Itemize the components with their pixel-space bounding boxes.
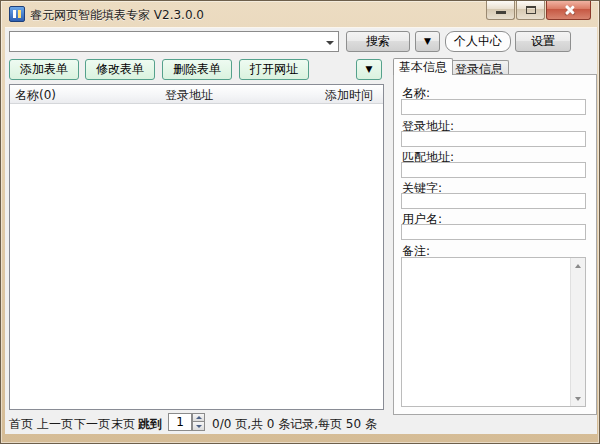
form-list-body — [10, 104, 383, 409]
record-summary: 0/0 页,共 0 条记录,每页 50 条 — [212, 416, 377, 433]
search-dropdown-button[interactable]: ▼ — [415, 31, 440, 52]
app-icon — [9, 6, 25, 22]
basic-info-panel: 名称: 登录地址: 匹配地址: 关键字: 用户名: 备注: — [393, 74, 597, 415]
page-number-input[interactable] — [168, 413, 192, 431]
window-title: 睿元网页智能填表专家 V2.3.0.0 — [30, 7, 204, 24]
minimize-icon — [496, 11, 506, 14]
column-header-loginurl[interactable]: 登录地址 — [165, 87, 213, 104]
jump-to-label: 跳到 — [138, 416, 162, 433]
add-form-button[interactable]: 添加表单 — [9, 59, 79, 80]
last-page-link[interactable]: 末页 — [111, 416, 135, 433]
form-list: 名称(0) 登录地址 添加时间 — [9, 84, 384, 410]
delete-form-button[interactable]: 删除表单 — [162, 59, 232, 80]
spinner-down-button[interactable] — [192, 422, 205, 431]
pagination-bar: 首页 上一页 下一页 末页 跳到 0/0 页,共 0 条记录,每页 50 条 — [5, 412, 597, 434]
page-number-stepper — [168, 413, 205, 431]
titlebar[interactable]: 睿元网页智能填表专家 V2.3.0.0 — [1, 1, 599, 27]
remark-scrollbar[interactable] — [570, 258, 585, 406]
client-area: 搜索 ▼ 个人中心 设置 添加表单 修改表单 删除表单 打开网址 ▼ 名称(0)… — [5, 27, 597, 434]
close-button[interactable] — [546, 1, 591, 20]
settings-button[interactable]: 设置 — [515, 31, 571, 52]
maximize-icon — [526, 6, 536, 14]
app-window: 睿元网页智能填表专家 V2.3.0.0 搜索 ▼ 个人中心 设置 添加表单 修改… — [0, 0, 600, 444]
open-url-button[interactable]: 打开网址 — [239, 59, 309, 80]
prev-page-link[interactable]: 上一页 — [37, 416, 73, 433]
window-controls — [486, 1, 591, 20]
login-url-field[interactable] — [401, 131, 586, 147]
remark-box — [401, 257, 586, 407]
keyword-field[interactable] — [401, 193, 586, 209]
minimize-button[interactable] — [486, 1, 515, 20]
maximize-button[interactable] — [516, 1, 545, 20]
column-header-addtime[interactable]: 添加时间 — [325, 87, 373, 104]
match-url-field[interactable] — [401, 162, 586, 178]
next-page-link[interactable]: 下一页 — [74, 416, 110, 433]
name-field[interactable] — [401, 99, 586, 115]
username-field[interactable] — [401, 224, 586, 240]
url-combo-input[interactable] — [10, 32, 322, 51]
search-button[interactable]: 搜索 — [346, 31, 410, 52]
remark-field[interactable] — [402, 258, 570, 406]
scroll-up-icon[interactable] — [571, 258, 586, 273]
personal-center-button[interactable]: 个人中心 — [445, 31, 511, 52]
column-header-name[interactable]: 名称(0) — [15, 87, 56, 104]
close-icon — [563, 5, 574, 16]
first-page-link[interactable]: 首页 — [9, 416, 33, 433]
form-list-header: 名称(0) 登录地址 添加时间 — [10, 85, 383, 104]
combo-dropdown-icon[interactable] — [322, 32, 338, 51]
url-combobox[interactable] — [9, 31, 339, 52]
tab-basic-info[interactable]: 基本信息 — [393, 58, 453, 75]
spinner-up-button[interactable] — [192, 413, 205, 422]
modify-form-button[interactable]: 修改表单 — [85, 59, 155, 80]
scroll-down-icon[interactable] — [571, 391, 586, 406]
more-actions-dropdown-button[interactable]: ▼ — [356, 59, 382, 80]
